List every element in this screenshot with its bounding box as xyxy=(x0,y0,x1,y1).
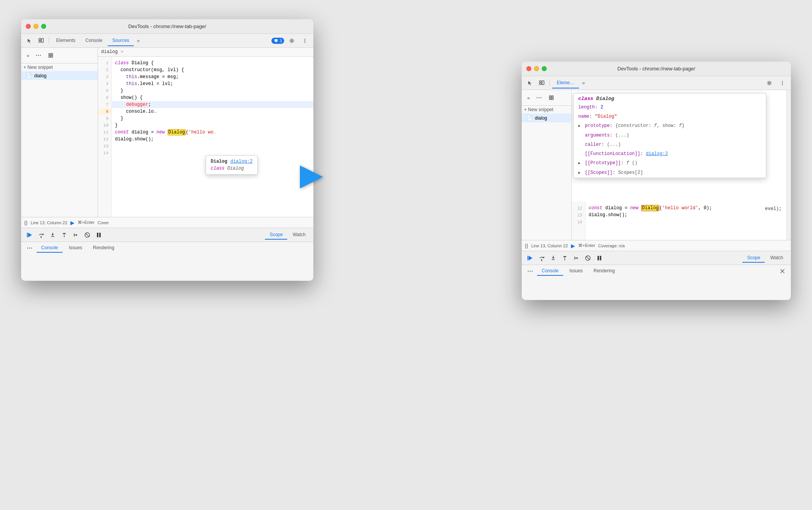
svg-line-29 xyxy=(86,233,89,237)
status-bar-1: {} Line 13, Column 22 ▶ ⌘+Enter Cover xyxy=(21,217,313,228)
debug-tabs-2: Scope Watch xyxy=(742,253,788,263)
file-tab-1[interactable]: dialog xyxy=(101,49,118,55)
more-icon-2[interactable] xyxy=(777,78,788,88)
sidebar-more-2[interactable]: » xyxy=(525,93,532,102)
scrollbar-2[interactable] xyxy=(786,90,791,240)
sidebar-file-dialog-2[interactable]: 📄 dialog xyxy=(522,113,571,122)
more-icon-1[interactable] xyxy=(300,35,310,46)
tab-console-1[interactable]: Console xyxy=(81,35,107,46)
rendering-tab-1[interactable]: Rendering xyxy=(88,243,119,253)
svg-point-34 xyxy=(31,247,32,248)
issues-tab-2[interactable]: Issues xyxy=(565,267,587,276)
settings-icon-2[interactable] xyxy=(764,78,775,88)
tab-elements-2[interactable]: Eleme… xyxy=(552,78,579,88)
svg-rect-0 xyxy=(39,38,41,40)
close-icon-2[interactable] xyxy=(777,266,788,277)
sidebar-dots-1[interactable] xyxy=(33,50,44,61)
run-cmd-1: ⌘+Enter xyxy=(78,220,95,225)
close-btn-2[interactable] xyxy=(777,266,788,277)
new-snippet-label-2: + New snippet xyxy=(524,107,553,112)
settings-icon-1[interactable] xyxy=(286,35,297,46)
sidebar-more-1[interactable]: » xyxy=(24,51,32,60)
scope-item-arguments: arguments: (...) xyxy=(574,131,766,140)
rendering-tab-2[interactable]: Rendering xyxy=(589,267,619,276)
scope-item-name: name: "Dialog" xyxy=(574,112,766,121)
scope-item-scopes[interactable]: ▶ [[Scopes]]: Scopes[2] xyxy=(574,168,766,178)
svg-rect-65 xyxy=(597,256,599,260)
bottom-dots-1[interactable] xyxy=(24,243,35,253)
minimize-button-2[interactable] xyxy=(534,66,539,71)
console-tab-2[interactable]: Console xyxy=(537,267,563,276)
step-out-btn-2[interactable] xyxy=(559,253,570,263)
scope-item-prototype[interactable]: ▶ prototype: {constructor: f, show: f} xyxy=(574,121,766,131)
step-out-btn-1[interactable] xyxy=(59,230,70,240)
svg-point-44 xyxy=(541,97,541,98)
minimize-button-1[interactable] xyxy=(33,24,38,29)
issues-tab-1[interactable]: Issues xyxy=(64,243,87,253)
cursor-icon-2[interactable] xyxy=(525,78,536,88)
code-line2-14: dialog.show(); xyxy=(586,212,786,218)
new-snippet-1[interactable]: + New snippet xyxy=(21,63,98,71)
sidebar-expand-icon[interactable] xyxy=(45,50,56,61)
svg-rect-48 xyxy=(552,98,553,100)
step-over-btn-2[interactable] xyxy=(536,253,547,263)
watch-tab-1[interactable]: Watch xyxy=(288,230,310,240)
inspect-icon-2[interactable] xyxy=(536,78,547,88)
new-snippet-2[interactable]: + New snippet xyxy=(522,106,571,113)
svg-point-6 xyxy=(304,42,305,42)
maximize-button-2[interactable] xyxy=(542,66,547,71)
code-content-1: 12345 678 91011121314 class Dialog { con… xyxy=(98,57,313,217)
scope-item-function-location: [[FunctionLocation]]: dialog:2 xyxy=(574,149,766,158)
console-tab-1[interactable]: Console xyxy=(37,243,63,253)
deactivate-btn-1[interactable] xyxy=(82,230,93,240)
scope-item-prototype2[interactable]: ▶ [[Prototype]]: f () xyxy=(574,158,766,168)
tab-more-1[interactable]: » xyxy=(135,36,142,45)
resume-btn-1[interactable] xyxy=(24,230,35,240)
svg-marker-55 xyxy=(552,257,554,259)
close-button-2[interactable] xyxy=(526,66,531,71)
traffic-lights-2 xyxy=(526,66,547,71)
pause-btn-2[interactable] xyxy=(594,253,605,263)
file-icon-2: 📄 xyxy=(526,115,532,121)
step-into-btn-2[interactable] xyxy=(548,253,559,263)
pause-btn-1[interactable] xyxy=(93,230,104,240)
close-file-tab-1[interactable]: × xyxy=(121,50,123,54)
code-line-2: constructor(msg, lvl) { xyxy=(112,67,313,73)
cursor-icon[interactable] xyxy=(24,35,35,46)
tab-sources-1[interactable]: Sources xyxy=(108,35,134,46)
notification-badge-1[interactable]: 3 xyxy=(271,38,284,44)
tab-more-2[interactable]: » xyxy=(580,78,587,87)
step-btn-2[interactable] xyxy=(571,253,582,263)
inspect-icon[interactable] xyxy=(36,35,47,46)
new-snippet-label-1: + New snippet xyxy=(23,65,53,70)
debug-toolbar-1: Scope Watch xyxy=(21,228,313,242)
coverage-1: Cover xyxy=(98,220,109,225)
play-icon-1[interactable]: ▶ xyxy=(70,220,75,226)
watch-tab-2[interactable]: Watch xyxy=(765,253,788,263)
maximize-button-1[interactable] xyxy=(41,24,46,29)
scope-heading: class Dialog xyxy=(574,93,766,103)
scope-tab-1[interactable]: Scope xyxy=(265,230,287,240)
scope-panel: class Dialog length: 2 name: "Dialog" ▶ … xyxy=(573,93,766,178)
devtools-window-2: DevTools - chrome://new-tab-page/ Eleme…… xyxy=(522,62,791,300)
tooltip-link-1[interactable]: dialog:2 xyxy=(230,159,253,164)
tabs-right-2 xyxy=(764,78,788,88)
code-editor-1: dialog × 12345 678 91011121314 class Dia… xyxy=(98,48,313,217)
sidebar-dots-2[interactable] xyxy=(534,92,544,103)
sidebar-expand-icon-2[interactable] xyxy=(546,92,557,103)
step-btn-1[interactable] xyxy=(70,230,81,240)
scope-tab-2[interactable]: Scope xyxy=(742,253,765,263)
play-icon-2[interactable]: ▶ xyxy=(571,243,575,249)
close-button-1[interactable] xyxy=(26,24,31,29)
step-over-btn-1[interactable] xyxy=(36,230,47,240)
bottom-dots-2[interactable] xyxy=(525,266,536,277)
svg-marker-26 xyxy=(76,234,77,236)
tab-elements-1[interactable]: Elements xyxy=(52,35,80,46)
deactivate-btn-2[interactable] xyxy=(582,253,593,263)
svg-rect-30 xyxy=(97,233,98,237)
step-into-btn-1[interactable] xyxy=(47,230,58,240)
tab-divider-2 xyxy=(549,80,550,87)
svg-rect-50 xyxy=(527,256,528,260)
resume-btn-2[interactable] xyxy=(525,253,536,263)
sidebar-file-dialog-1[interactable]: 📄 dialog xyxy=(21,71,98,80)
